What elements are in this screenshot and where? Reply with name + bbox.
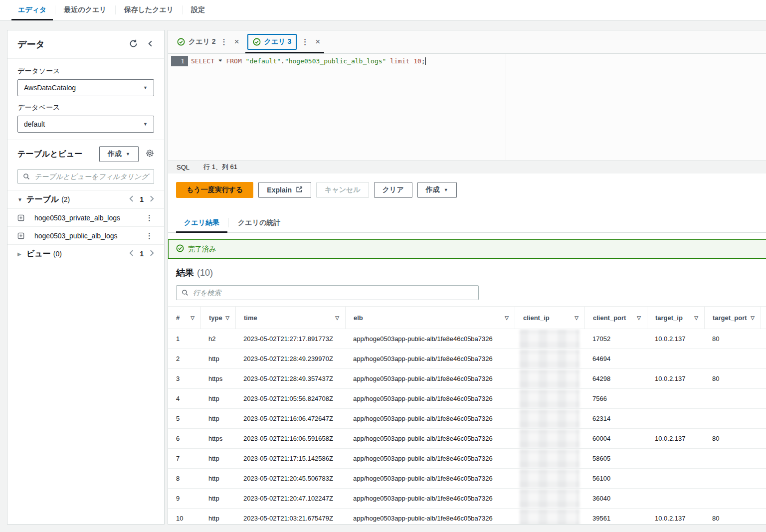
sql-token [242, 57, 246, 65]
caret-down-icon: ▼ [444, 188, 448, 192]
sql-token: "default" [246, 57, 281, 65]
column-label: time [244, 314, 257, 322]
sql-token: FROM [226, 57, 241, 65]
collapse-panel-button[interactable] [147, 40, 154, 49]
sort-icon[interactable]: ▽ [505, 315, 509, 321]
cell-target_port [704, 449, 761, 468]
query-tab-label: クエリ 2 [189, 37, 216, 46]
next-page-button[interactable] [150, 195, 154, 203]
cell-time: 2023-05-02T21:28:49.357437Z [235, 369, 345, 388]
cell-num: 3 [168, 369, 200, 388]
sql-token: SELECT [191, 57, 214, 65]
query-tab-2[interactable]: クエリ 3⋮× [244, 30, 326, 53]
cell-type: https [200, 369, 235, 388]
query-tab-1[interactable]: クエリ 2⋮× [174, 30, 244, 53]
cell-stub [761, 429, 766, 448]
table-row: 6https2023-05-02T21:16:06.591658Zapp/hog… [168, 429, 766, 449]
results-tab-2[interactable]: クエリの統計 [230, 213, 288, 232]
cell-stub [761, 349, 766, 368]
chevron-left-icon [147, 40, 154, 49]
prev-page-button[interactable] [129, 250, 134, 258]
cell-time: 2023-05-02T21:16:06.472647Z [235, 409, 345, 428]
top-tab-2[interactable]: 最近のクエリ [57, 0, 113, 20]
cell-stub [761, 489, 766, 508]
sort-icon[interactable]: ▽ [191, 315, 194, 321]
sql-editor[interactable]: 1 SELECT * FROM "default"."hoge0503_publ… [168, 54, 766, 160]
top-tab-4[interactable]: 設定 [185, 0, 211, 20]
views-group-count: (0) [53, 250, 62, 258]
ellipsis-menu-icon[interactable]: ⋮ [300, 37, 310, 46]
database-value: default [24, 120, 45, 128]
cell-stub [761, 449, 766, 468]
create-query-button[interactable]: 作成 ▼ [417, 182, 457, 198]
refresh-button[interactable] [129, 39, 138, 49]
column-header-client_ip[interactable]: client_ip▽ [515, 307, 584, 329]
ellipsis-menu-icon[interactable]: ⋮ [219, 37, 229, 46]
cell-elb: app/hoge0503app-public-alb/1fe8e46c05ba7… [345, 389, 515, 408]
clear-button[interactable]: クリア [374, 182, 412, 198]
ellipsis-menu-icon[interactable]: ⋮ [145, 231, 154, 240]
column-header-num[interactable]: #▽ [168, 307, 200, 329]
cell-type: h2 [200, 329, 235, 349]
tables-group-toggle[interactable]: ▼ テーブル (2) 1 [7, 190, 164, 208]
sort-icon[interactable]: ▽ [335, 315, 339, 321]
results-tab-1[interactable]: クエリ結果 [176, 213, 227, 232]
expand-plus-icon[interactable] [17, 232, 29, 239]
cell-type: http [200, 449, 235, 468]
table-item-2[interactable]: hoge0503_public_alb_logs⋮ [7, 226, 164, 244]
table-settings-button[interactable] [146, 149, 154, 159]
cell-client_ip [515, 469, 584, 488]
sort-icon[interactable]: ▽ [637, 315, 641, 321]
run-again-button[interactable]: もう一度実行する [176, 182, 253, 198]
rows-search-input[interactable] [176, 285, 479, 300]
cell-target_ip: 10.0.2.137 [647, 329, 704, 349]
cell-target_ip: 10.0.2.137 [647, 509, 704, 525]
cell-client_ip [515, 389, 584, 408]
column-header-client_port[interactable]: client_port▽ [584, 307, 647, 329]
cell-elb: app/hoge0503app-public-alb/1fe8e46c05ba7… [345, 409, 515, 428]
tables-filter-input[interactable] [17, 169, 154, 184]
cursor-position: 行 1、列 61 [203, 163, 237, 172]
column-header-time[interactable]: time▽ [235, 307, 345, 329]
column-header-target_ip[interactable]: target_ip▽ [647, 307, 704, 329]
tables-page-number: 1 [140, 195, 144, 203]
expand-plus-icon[interactable] [17, 214, 29, 221]
cell-stub [761, 469, 766, 488]
views-group-toggle[interactable]: ▶ ビュー (0) 1 [7, 244, 164, 263]
datasource-select[interactable]: AwsDataCatalog ▼ [17, 79, 154, 96]
sort-icon[interactable]: ▽ [751, 315, 755, 321]
sql-token: * [218, 57, 222, 65]
next-page-button[interactable] [150, 250, 154, 258]
table-item-1[interactable]: hoge0503_private_alb_logs⋮ [7, 208, 164, 226]
cell-client_port: 64694 [584, 349, 647, 368]
redacted-client-ip [520, 509, 579, 525]
sort-icon[interactable]: ▽ [694, 315, 698, 321]
explain-button[interactable]: Explain [258, 182, 311, 198]
close-icon[interactable]: × [232, 37, 241, 47]
cell-stub [761, 389, 766, 408]
sort-icon[interactable]: ▽ [225, 315, 229, 321]
cell-type: http [200, 489, 235, 508]
cell-elb: app/hoge0503app-public-alb/1fe8e46c05ba7… [345, 469, 515, 488]
create-button[interactable]: 作成 ▼ [99, 146, 139, 162]
top-tab-1[interactable]: エディタ [11, 0, 53, 20]
database-select[interactable]: default ▼ [17, 116, 154, 133]
column-header-elb[interactable]: elb▽ [345, 307, 515, 329]
status-banner-text: 完了済み [188, 245, 216, 254]
top-tab-3[interactable]: 保存したクエリ [118, 0, 181, 20]
create-button-label: 作成 [108, 150, 122, 159]
cell-client_ip [515, 409, 584, 428]
check-circle-icon [253, 38, 261, 46]
cell-elb: app/hoge0503app-public-alb/1fe8e46c05ba7… [345, 349, 515, 368]
cell-time: 2023-05-02T21:20:45.506783Z [235, 469, 345, 488]
sql-token [409, 57, 413, 65]
close-icon[interactable]: × [313, 37, 322, 47]
column-header-type[interactable]: type▽ [200, 307, 235, 329]
cell-num: 1 [168, 329, 200, 349]
column-header-target_port[interactable]: target_port▽ [704, 307, 761, 329]
sort-icon[interactable]: ▽ [574, 315, 578, 321]
cell-stub [761, 509, 766, 525]
prev-page-button[interactable] [129, 195, 134, 203]
redacted-client-ip [520, 449, 579, 468]
ellipsis-menu-icon[interactable]: ⋮ [145, 213, 154, 222]
